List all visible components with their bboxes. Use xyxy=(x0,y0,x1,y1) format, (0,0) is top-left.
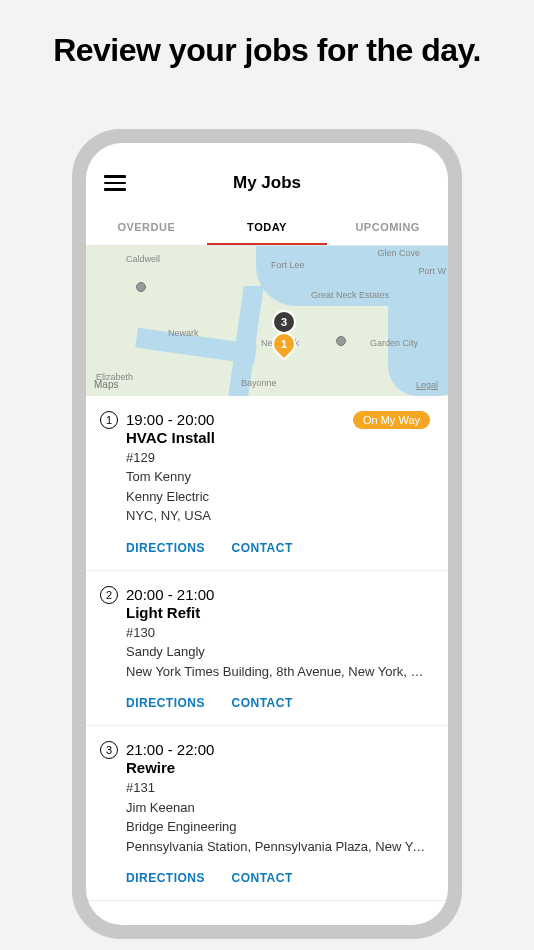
map-legal-link[interactable]: Legal xyxy=(416,380,438,390)
job-company: Kenny Electric xyxy=(126,487,353,507)
map-pin-cluster[interactable]: 3 xyxy=(272,310,296,334)
job-person: Sandy Langly xyxy=(126,642,430,662)
map-label: Newark xyxy=(168,328,199,338)
job-card[interactable]: 1 19:00 - 20:00 HVAC Install #129 Tom Ke… xyxy=(86,396,448,571)
tab-overdue[interactable]: OVERDUE xyxy=(86,211,207,245)
job-title: HVAC Install xyxy=(126,429,353,446)
job-ref: #129 xyxy=(126,448,353,468)
directions-button[interactable]: DIRECTIONS xyxy=(126,696,205,710)
route-dot-icon xyxy=(336,336,346,346)
tabs: OVERDUE TODAY UPCOMING xyxy=(86,211,448,246)
map-label: Garden City xyxy=(370,338,418,348)
page-title: My Jobs xyxy=(104,173,430,193)
job-number-badge: 1 xyxy=(100,411,118,429)
map-label: Fort Lee xyxy=(271,260,305,270)
job-person: Jim Keenan xyxy=(126,798,430,818)
status-badge: On My Way xyxy=(353,411,430,429)
job-address: Pennsylvania Station, Pennsylvania Plaza… xyxy=(126,837,430,857)
job-ref: #131 xyxy=(126,778,430,798)
tab-upcoming[interactable]: UPCOMING xyxy=(327,211,448,245)
job-title: Light Refit xyxy=(126,604,430,621)
job-card[interactable]: 3 21:00 - 22:00 Rewire #131 Jim Keenan B… xyxy=(86,726,448,901)
tab-today[interactable]: TODAY xyxy=(207,211,328,245)
phone-screen: My Jobs OVERDUE TODAY UPCOMING Caldwell … xyxy=(86,143,448,925)
job-number-badge: 2 xyxy=(100,586,118,604)
map-label: Bayonne xyxy=(241,378,277,388)
job-ref: #130 xyxy=(126,623,430,643)
pin-label: 3 xyxy=(281,316,287,328)
job-address: NYC, NY, USA xyxy=(126,506,353,526)
job-address: New York Times Building, 8th Avenue, New… xyxy=(126,662,430,682)
contact-button[interactable]: CONTACT xyxy=(231,871,292,885)
job-list: 1 19:00 - 20:00 HVAC Install #129 Tom Ke… xyxy=(86,396,448,902)
map[interactable]: Caldwell Fort Lee Glen Cove Port W Great… xyxy=(86,246,448,396)
app-header: My Jobs xyxy=(86,143,448,211)
promo-title: Review your jobs for the day. xyxy=(0,0,534,69)
pin-label: 1 xyxy=(281,338,287,350)
contact-button[interactable]: CONTACT xyxy=(231,696,292,710)
job-title: Rewire xyxy=(126,759,430,776)
job-company: Bridge Engineering xyxy=(126,817,430,837)
map-label: Port W xyxy=(418,266,446,276)
map-provider-badge: Maps xyxy=(94,379,118,390)
map-label: Caldwell xyxy=(126,254,160,264)
job-time: 21:00 - 22:00 xyxy=(126,741,430,758)
job-time: 20:00 - 21:00 xyxy=(126,586,430,603)
directions-button[interactable]: DIRECTIONS xyxy=(126,871,205,885)
phone-frame: My Jobs OVERDUE TODAY UPCOMING Caldwell … xyxy=(72,129,462,939)
job-person: Tom Kenny xyxy=(126,467,353,487)
route-dot-icon xyxy=(136,282,146,292)
map-label: Glen Cove xyxy=(377,248,420,258)
contact-button[interactable]: CONTACT xyxy=(231,541,292,555)
directions-button[interactable]: DIRECTIONS xyxy=(126,541,205,555)
job-number-badge: 3 xyxy=(100,741,118,759)
job-card[interactable]: 2 20:00 - 21:00 Light Refit #130 Sandy L… xyxy=(86,571,448,727)
map-pin-active[interactable]: 1 xyxy=(267,327,301,361)
map-label: Great Neck Estates xyxy=(311,290,389,300)
job-time: 19:00 - 20:00 xyxy=(126,411,353,428)
